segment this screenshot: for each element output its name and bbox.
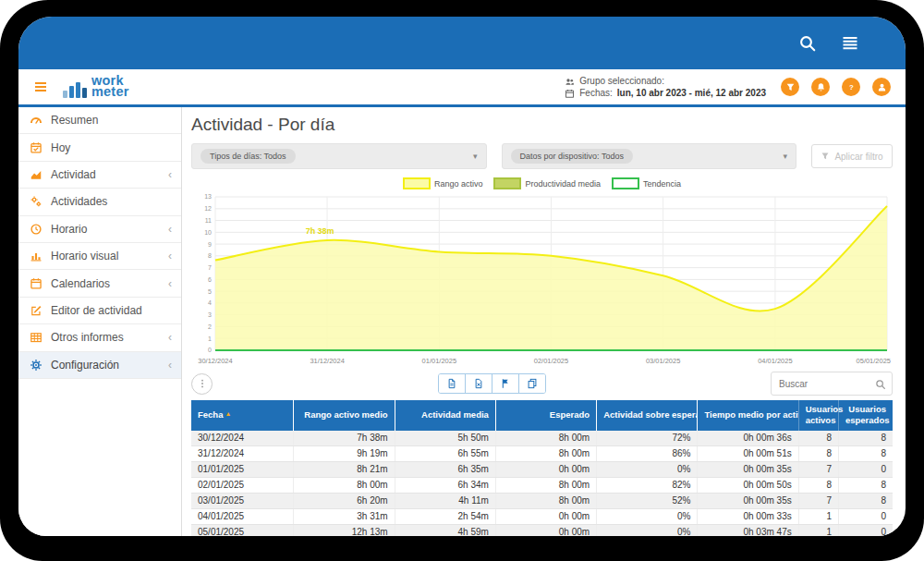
cogs-icon [30,195,43,208]
sidebar-item-hoy[interactable]: Hoy [18,134,181,161]
table-cell: 1 [798,508,838,524]
search-input[interactable] [777,378,875,390]
table-cell: 0h 00m [495,508,596,524]
file-grid-icon [473,378,484,389]
apply-filter-label: Aplicar filtro [834,152,882,162]
svg-text:8: 8 [208,252,212,259]
svg-text:12: 12 [204,205,212,212]
table-row: 03/01/20256h 20m4h 11m8h 00m52%0h 00m 35… [191,493,893,508]
svg-text:10: 10 [204,229,212,236]
legend-item-tendencia: Tendencia [612,177,681,189]
table-cell: 2h 54m [395,508,495,524]
chart-menu-button[interactable] [191,373,213,395]
svg-text:1: 1 [208,335,212,342]
topbar-search-button[interactable] [798,34,817,53]
svg-text:0: 0 [208,347,212,353]
sidebar-item-otros-informes[interactable]: Otros informes‹ [18,324,181,351]
sidebar-item-resumen[interactable]: Resumen [18,107,181,134]
table-cell: 0% [597,508,698,524]
sidebar-item-horario[interactable]: Horario‹ [18,216,181,243]
export-copy-button[interactable] [518,374,545,393]
sidebar-item-label: Configuración [51,359,119,372]
table-cell: 0h 00m [495,524,596,536]
sidebar-item-actividades[interactable]: Actividades [18,189,181,215]
table-cell: 8h 00m [495,445,596,461]
menu3-icon [33,79,48,94]
filter-icon [821,152,830,161]
column-header-actividad-media[interactable]: Actividad media [395,400,495,431]
table-cell: 8 [838,477,893,493]
table-cell: 02/01/2025 [191,477,294,493]
top-navigation-bar [18,17,906,69]
sidebar-item-label: Otros informes [51,331,124,344]
export-flag-button[interactable] [492,374,518,393]
svg-text:11: 11 [205,217,212,224]
filter-chip: Datos por dispositivo: Todos [511,149,633,164]
column-header-tiempo-medio-por-actividad[interactable]: Tiempo medio por actividad [698,400,798,431]
legend-item-productividad-media: Productividad media [493,177,601,189]
export-file-grid-button[interactable] [465,374,492,393]
logo-bar [76,82,80,98]
svg-text:03/01/2025: 03/01/2025 [646,357,680,365]
app-header: work meter Grupo seleccionado: Fechas:lu… [18,69,906,104]
table-cell: 0h 03m 47s [698,524,798,536]
column-header-usuarios-activos[interactable]: Usuarios activos [798,400,838,431]
svg-text:9: 9 [208,241,212,248]
topbar-menu-button[interactable] [841,34,859,53]
table-cell: 9h 19m [294,445,395,461]
table-cell: 8h 00m [495,477,596,493]
logo-bar [69,86,74,98]
dates-label: Fechas: [579,87,613,99]
export-file-button[interactable] [439,374,465,393]
chart-area-icon [30,168,43,181]
sidebar-item-horario-visual[interactable]: Horario visual‹ [18,243,181,270]
apply-filter-button[interactable]: Aplicar filtro [811,144,893,168]
table-row: 02/01/20258h 00m6h 34m8h 00m82%0h 00m 50… [191,477,893,493]
profile-button[interactable] [872,78,891,96]
column-header-fecha[interactable]: Fecha▲ [191,400,294,431]
chevron-left-icon: ‹ [168,250,172,262]
svg-text:2: 2 [208,323,212,330]
dates-value: lun, 10 abr 2023 - mié, 12 abr 2023 [617,87,766,99]
sidebar-item-label: Calendarios [51,277,110,290]
sidebar-item-configuracion[interactable]: Configuración‹ [18,352,181,379]
app-window: work meter Grupo seleccionado: Fechas:lu… [18,17,906,536]
svg-text:30/12/2024: 30/12/2024 [198,357,232,365]
filter-button[interactable] [781,78,799,96]
logo-text-line2: meter [91,87,129,98]
chevron-left-icon: ‹ [168,332,172,343]
sidebar-toggle-button[interactable] [33,79,48,94]
svg-text:02/01/2025: 02/01/2025 [534,357,568,365]
filter-dropdown-2[interactable]: Datos por dispositivo: Todos▾ [502,143,797,169]
table-cell: 6h 35m [395,461,495,477]
sidebar-item-label: Actividades [51,195,107,208]
table-row: 04/01/20253h 31m2h 54m0h 00m0%0h 00m 33s… [191,508,893,524]
filter-dropdown-1[interactable]: Tipos de días: Todos▾ [191,143,487,169]
filter-chip: Tipos de días: Todos [201,149,296,164]
column-header-esperado[interactable]: Esperado [495,400,596,431]
user-icon [877,82,887,92]
calendar-check-icon [30,141,43,154]
table-cell: 0h 00m 50s [698,477,798,493]
column-header-rango-activo-medio[interactable]: Rango activo medio [294,400,395,431]
table-cell: 72% [597,431,698,446]
sidebar-item-actividad[interactable]: Actividad‹ [18,162,181,189]
activity-area-chart[interactable]: 0123456789101112137h 38m30/12/202431/12/… [191,191,893,369]
svg-text:04/01/2025: 04/01/2025 [758,357,792,365]
sidebar-item-editor-de-actividad[interactable]: Editor de actividad [18,298,181,324]
sidebar: ResumenHoyActividad‹ActividadesHorario‹H… [18,107,182,536]
table-cell: 30/12/2024 [191,431,294,446]
table-cell: 0h 00m 51s [698,445,798,461]
sidebar-item-calendarios[interactable]: Calendarios‹ [18,270,181,297]
svg-text:7h 38m: 7h 38m [306,226,334,236]
column-header-actividad-sobre-esperado[interactable]: Actividad sobre esperado [597,400,698,431]
copy-icon [527,378,538,389]
table-search-box [771,372,893,396]
help-button[interactable]: ? [842,78,860,96]
table-cell: 12h 13m [294,524,395,536]
column-header-usuarios-esperados[interactable]: Usuarios esperados [838,400,893,431]
table-cell: 8h 00m [294,477,395,493]
page-title: Actividad - Por día [191,115,893,135]
notifications-button[interactable] [811,78,830,96]
svg-text:01/01/2025: 01/01/2025 [422,357,456,365]
